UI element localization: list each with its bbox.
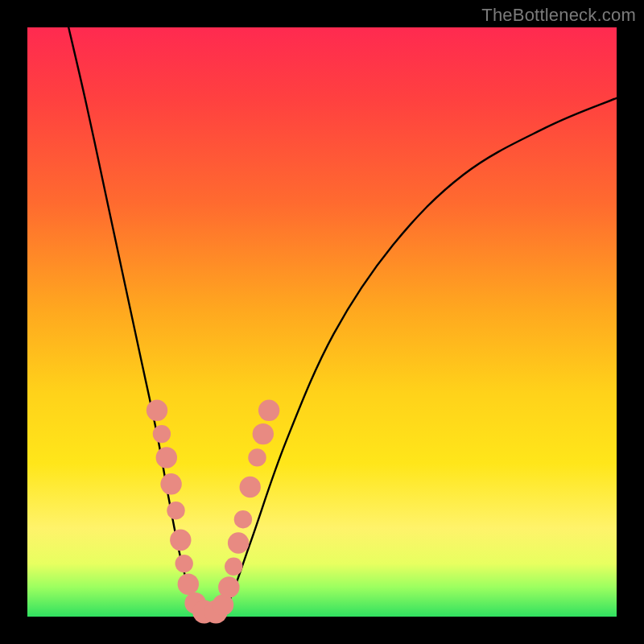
- marker-dot: [258, 400, 279, 421]
- marker-dot: [218, 576, 239, 597]
- marker-dot: [225, 558, 242, 576]
- marker-dot: [175, 555, 193, 572]
- chart-svg: [27, 27, 617, 617]
- outer-frame: TheBottleneck.com: [0, 0, 644, 644]
- marker-dot: [147, 400, 167, 421]
- marker-dot: [160, 473, 181, 494]
- bottleneck-curve: [68, 27, 617, 615]
- marker-dot: [248, 448, 266, 466]
- marker-dot: [167, 502, 184, 519]
- marker-dot: [228, 532, 249, 553]
- marker-dot: [234, 510, 252, 528]
- marker-dot: [170, 530, 191, 551]
- marker-dots: [147, 400, 279, 624]
- marker-dot: [156, 447, 177, 468]
- watermark-text: TheBottleneck.com: [481, 5, 636, 26]
- marker-dot: [153, 425, 171, 443]
- marker-dot: [253, 423, 274, 444]
- plot-area: [27, 27, 617, 617]
- marker-dot: [240, 477, 261, 497]
- marker-dot: [178, 574, 199, 595]
